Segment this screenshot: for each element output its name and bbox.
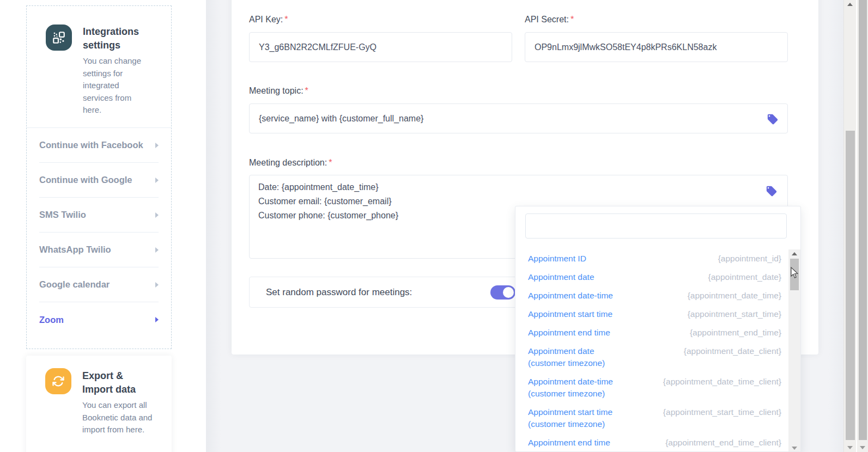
scroll-up-icon[interactable] [792, 252, 797, 255]
scroll-down-icon[interactable] [847, 446, 853, 449]
placeholder-item-sublabel: (customer timezone) [528, 388, 613, 400]
sidebar-nav-item-label: Continue with Google [39, 175, 132, 185]
placeholder-item[interactable]: Appointment start time {appointment_star… [528, 305, 781, 323]
sync-icon [45, 368, 71, 394]
placeholder-item-code: {appointment_id} [718, 253, 781, 265]
chevron-right-icon [155, 178, 159, 183]
sidebar-nav-item-label: Zoom [39, 315, 64, 325]
integrations-settings-title: Integrations settings [83, 25, 148, 52]
sidebar-nav-item[interactable]: Zoom [39, 302, 159, 337]
integrations-nav: Continue with Facebook Continue with Goo… [27, 127, 171, 337]
chevron-right-icon [155, 317, 159, 322]
placeholder-item[interactable]: Appointment end time {appointment_end_ti… [528, 323, 781, 342]
placeholder-item-sublabel: (customer timezone) [528, 418, 612, 430]
placeholder-item-code: {appointment_end_time_client} [665, 437, 781, 449]
browser-scrollbar[interactable] [857, 0, 868, 452]
placeholder-item[interactable]: Appointment date-time (customer timezone… [528, 372, 781, 403]
placeholder-search-input[interactable] [525, 213, 787, 239]
required-asterisk: * [305, 86, 308, 95]
api-secret-input[interactable] [525, 32, 788, 62]
placeholder-item-label: Appointment date-time [528, 290, 613, 302]
placeholder-item-label: Appointment end time [528, 327, 610, 339]
placeholder-item-label: Appointment date [528, 271, 594, 283]
sidebar-nav-item-label: Google calendar [39, 279, 110, 290]
sidebar-nav-item[interactable]: Continue with Google [39, 163, 159, 198]
page-scrollbar[interactable] [843, 0, 856, 452]
placeholder-item-code: {appointment_start_time} [688, 308, 781, 320]
required-asterisk: * [570, 15, 574, 24]
placeholder-item[interactable]: Appointment ID {appointment_id} [528, 249, 781, 268]
placeholder-item-label: Appointment date [528, 345, 605, 357]
chevron-right-icon [155, 247, 159, 253]
sidebar-nav-item[interactable]: Continue with Facebook [39, 128, 159, 163]
chevron-right-icon [155, 143, 159, 148]
required-asterisk: * [284, 15, 288, 24]
placeholder-item-label: Appointment start time [528, 406, 612, 418]
tag-icon[interactable] [767, 113, 779, 125]
placeholder-item-label: Appointment end time [528, 437, 610, 449]
placeholder-item[interactable]: Appointment date {appointment_date} [528, 268, 781, 286]
placeholder-item-code: {appointment_date} [708, 271, 781, 283]
sidebar-nav-item[interactable]: SMS Twilio [39, 198, 159, 233]
scroll-down-icon[interactable] [792, 447, 797, 450]
integrations-settings-card: Integrations settings You can change set… [26, 5, 172, 349]
placeholder-item-code: {appointment_start_time_client} [663, 406, 781, 418]
tag-icon[interactable] [766, 185, 778, 197]
api-key-input[interactable] [249, 32, 512, 62]
sidebar-nav-item-label: Continue with Facebook [39, 140, 143, 150]
export-import-description: You can export all Booknetic data and im… [82, 399, 156, 436]
meeting-description-label: Meeting description:* [249, 158, 332, 168]
api-key-label: API Key:* [249, 15, 288, 25]
placeholder-item[interactable]: Appointment date-time {appointment_date_… [528, 286, 781, 305]
placeholder-item-label: Appointment ID [528, 253, 586, 265]
placeholder-item[interactable]: Appointment start time (customer timezon… [528, 403, 781, 433]
scroll-down-icon[interactable] [860, 446, 865, 449]
sidebar-nav-item-label: SMS Twilio [39, 210, 86, 220]
export-import-card: Export & Import data You can export all … [26, 356, 172, 452]
sidebar-nav-item-label: WhatsApp Twilio [39, 245, 111, 255]
placeholder-item[interactable]: Appointment date (customer timezone) {ap… [528, 342, 781, 372]
api-secret-label: API Secret:* [525, 15, 574, 25]
random-password-label: Set random password for meetings: [266, 287, 412, 298]
mouse-cursor [790, 267, 799, 281]
placeholder-item-code: {appointment_date_client} [684, 345, 781, 357]
required-asterisk: * [329, 158, 332, 167]
toggle-knob [503, 287, 514, 298]
placeholder-item-code: {appointment_date_time} [688, 290, 781, 302]
export-import-title: Export & Import data [82, 369, 148, 396]
scrollbar-thumb[interactable] [846, 131, 855, 440]
placeholder-list: Appointment ID {appointment_id} Appointm… [528, 249, 781, 452]
chevron-right-icon [155, 212, 159, 218]
placeholder-item[interactable]: Appointment end time {appointment_end_ti… [528, 433, 781, 452]
placeholder-item-code: {appointment_date_time_client} [663, 376, 781, 388]
placeholders-dropdown: Appointment ID {appointment_id} Appointm… [515, 206, 801, 452]
placeholder-item-sublabel: (customer timezone) [528, 357, 605, 369]
qr-grid-icon [46, 25, 72, 51]
sidebar-nav-item[interactable]: WhatsApp Twilio [39, 233, 159, 267]
sidebar-nav-item[interactable]: Google calendar [39, 267, 159, 302]
random-password-toggle[interactable] [490, 285, 515, 300]
scrollbar-thumb[interactable] [859, 0, 867, 440]
integrations-settings-description: You can change settings for integrated s… [83, 55, 149, 117]
placeholder-item-code: {appointment_end_time} [690, 327, 781, 339]
meeting-topic-input[interactable] [249, 103, 788, 133]
chevron-right-icon [155, 282, 159, 288]
scroll-up-icon[interactable] [847, 3, 853, 6]
placeholder-item-label: Appointment date-time [528, 376, 613, 388]
meeting-topic-label: Meeting topic:* [249, 86, 308, 96]
placeholder-item-label: Appointment start time [528, 308, 612, 320]
